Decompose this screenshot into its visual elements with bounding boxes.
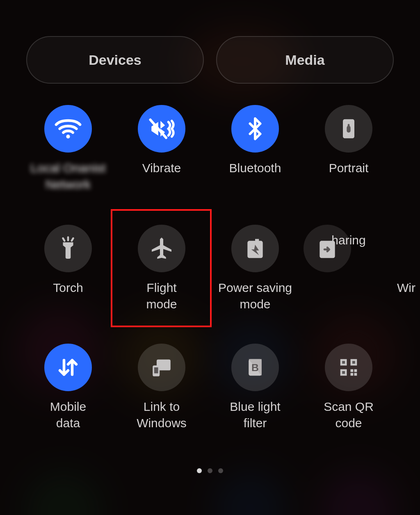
tile-torch[interactable]: Torch (23, 225, 113, 296)
devices-label: Devices (89, 52, 142, 68)
header-pill-row: Devices Media (26, 36, 394, 84)
tile-wireless-partial[interactable]: Wir (397, 225, 420, 296)
svg-rect-18 (351, 369, 354, 372)
tile-power-saving[interactable]: Power saving mode (210, 225, 300, 312)
page-dot-3[interactable] (218, 468, 223, 473)
tile-bluetooth[interactable]: Bluetooth (210, 105, 300, 176)
vibrate-label: Vibrate (142, 160, 181, 176)
quick-settings-panel: Devices Media Local Onanist Network (0, 0, 420, 515)
tile-vibrate[interactable]: Vibrate (116, 105, 207, 176)
tile-sharing[interactable]: haring (304, 225, 394, 248)
svg-line-6 (72, 238, 73, 241)
tile-blue-light-filter[interactable]: B Blue light filter (210, 344, 300, 431)
svg-rect-15 (342, 361, 345, 364)
sharing-icon (304, 225, 351, 272)
wifi-label: Local Onanist Network (30, 160, 105, 193)
svg-rect-19 (354, 369, 357, 372)
tile-wifi[interactable]: Local Onanist Network (23, 105, 113, 193)
torch-icon (44, 225, 92, 272)
bluetooth-icon (231, 105, 279, 153)
highlight-box (111, 209, 212, 327)
mobile-data-label: Mobile data (50, 399, 86, 431)
tile-link-to-windows[interactable]: Link to Windows (116, 344, 207, 431)
portrait-label: Portrait (329, 160, 369, 176)
devices-button[interactable]: Devices (26, 36, 204, 84)
svg-rect-17 (342, 371, 345, 374)
svg-line-5 (63, 238, 65, 241)
media-button[interactable]: Media (216, 36, 394, 84)
wifi-icon (44, 105, 92, 153)
torch-label: Torch (53, 280, 83, 296)
wireless-partial-label: Wir (397, 280, 415, 296)
page-dot-1[interactable] (197, 468, 202, 473)
svg-rect-20 (351, 373, 354, 376)
tile-portrait[interactable]: Portrait (304, 105, 394, 176)
power-saving-label: Power saving mode (218, 280, 292, 312)
link-to-windows-label: Link to Windows (137, 399, 187, 431)
link-to-windows-icon (138, 344, 185, 391)
tile-scan-qr[interactable]: Scan QR code (304, 344, 394, 431)
tile-mobile-data[interactable]: Mobile data (23, 344, 113, 431)
blue-light-filter-icon: B (231, 344, 279, 391)
svg-rect-16 (352, 361, 355, 364)
power-saving-icon (231, 225, 279, 272)
mobile-data-icon (44, 344, 92, 391)
portrait-icon (325, 105, 372, 153)
svg-rect-9 (154, 367, 158, 374)
bluetooth-label: Bluetooth (229, 160, 281, 176)
vibrate-icon (138, 105, 185, 153)
blue-light-filter-label: Blue light filter (230, 399, 280, 431)
page-dot-2[interactable] (208, 468, 212, 473)
qr-code-icon (325, 344, 372, 391)
page-indicator[interactable] (0, 468, 420, 473)
scan-qr-label: Scan QR code (324, 399, 374, 431)
svg-rect-21 (354, 373, 357, 376)
svg-text:B: B (251, 362, 259, 373)
quick-settings-grid: Local Onanist Network Vibrate Blueto (8, 103, 420, 443)
svg-point-0 (66, 134, 70, 138)
media-label: Media (285, 52, 324, 68)
